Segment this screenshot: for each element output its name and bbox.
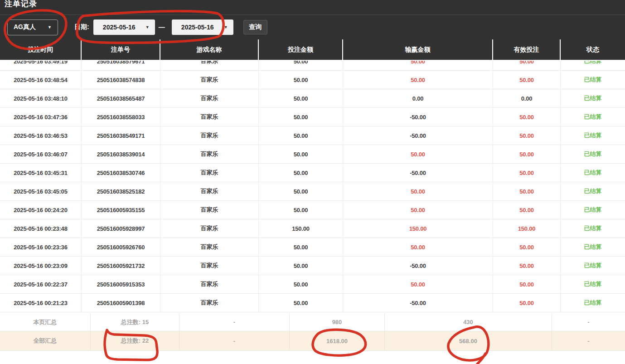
table-row: 2025-05-16 03:46:53250516038549171百家乐50.… xyxy=(0,126,625,145)
game-name-cell: 百家乐 xyxy=(160,238,259,256)
bet-amount-cell: 50.00 xyxy=(259,201,343,219)
bet-amount-cell: 50.00 xyxy=(259,108,343,126)
bet-time-cell: 2025-05-16 00:23:48 xyxy=(0,219,82,238)
order-no-cell: 250516005901398 xyxy=(82,294,160,312)
bet-time-cell: 2025-05-16 00:23:36 xyxy=(0,238,82,256)
summary-row-page: 本页汇总总注数: 15-980430- xyxy=(0,313,625,331)
valid-bet-cell: 50.00 xyxy=(493,201,561,219)
column-header: 投注金额 xyxy=(259,39,343,60)
game-name-cell: 百家乐 xyxy=(160,219,259,238)
valid-bet-cell: 150.00 xyxy=(493,219,561,238)
status-cell: 已结算 xyxy=(561,238,625,256)
game-name-cell: 百家乐 xyxy=(160,257,259,275)
chevron-down-icon: ▼ xyxy=(224,25,228,29)
bet-amount-cell: 50.00 xyxy=(259,126,343,145)
bet-time-cell: 2025-05-16 03:49:19 xyxy=(0,61,82,70)
bet-time-cell: 2025-05-16 00:24:20 xyxy=(0,201,82,219)
valid-bet-cell: 50.00 xyxy=(493,238,561,256)
win-loss-cell: 0.00 xyxy=(343,89,493,107)
table-row: 2025-05-16 03:48:10250516038565487百家乐50.… xyxy=(0,89,625,108)
summary-label-cell: 本页汇总 xyxy=(0,313,91,331)
table-row: 2025-05-16 00:23:48250516005928997百家乐150… xyxy=(0,219,625,238)
win-loss-cell: -50.00 xyxy=(343,257,493,275)
order-no-cell: 250516038565487 xyxy=(82,89,160,107)
valid-bet-cell: 50.00 xyxy=(493,182,561,200)
valid-bet-cell: 50.00 xyxy=(493,294,561,312)
summary-game-cell: - xyxy=(179,331,290,350)
game-name-cell: 百家乐 xyxy=(160,145,259,163)
query-button[interactable]: 查询 xyxy=(243,20,267,34)
summary-game-cell: - xyxy=(179,313,290,331)
column-header: 状态 xyxy=(561,39,625,60)
column-header: 有效投注 xyxy=(493,39,561,60)
valid-bet-cell: 0.00 xyxy=(493,89,561,107)
bet-records-page: 注单记录 AG真人 ▼ 日期: 2025-05-16 ▼ — 2025-05-1… xyxy=(0,0,625,364)
game-name-cell: 百家乐 xyxy=(160,89,259,107)
valid-bet-cell: 50.00 xyxy=(493,61,561,70)
date-to-value: 2025-05-16 xyxy=(181,24,214,31)
platform-select-value: AG真人 xyxy=(14,23,36,31)
summary-row-all: 全部汇总总注数: 22-1618.00568.00- xyxy=(0,331,625,351)
bet-time-cell: 2025-05-16 00:22:37 xyxy=(0,275,82,293)
order-no-cell: 250516005926760 xyxy=(82,238,160,256)
order-no-cell: 250516038539014 xyxy=(82,145,160,163)
game-name-cell: 百家乐 xyxy=(160,182,259,200)
order-no-cell: 250516005921732 xyxy=(82,257,160,275)
valid-bet-cell: 50.00 xyxy=(493,108,561,126)
status-cell: 已结算 xyxy=(561,294,625,312)
column-header: 输赢金额 xyxy=(343,39,493,60)
bet-time-cell: 2025-05-16 00:23:09 xyxy=(0,257,82,275)
summary-status-cell: - xyxy=(552,331,625,350)
filter-bar: AG真人 ▼ 日期: 2025-05-16 ▼ — 2025-05-16 ▼ 查… xyxy=(0,15,625,39)
date-label: 日期: xyxy=(74,23,89,31)
win-loss-cell: 50.00 xyxy=(343,61,493,70)
chevron-down-icon: ▼ xyxy=(145,25,150,29)
valid-bet-cell: 50.00 xyxy=(493,164,561,182)
win-loss-cell: 150.00 xyxy=(343,219,493,238)
order-no-cell: 250516038558033 xyxy=(82,108,160,126)
order-no-cell: 250516038530746 xyxy=(82,164,160,182)
page-title: 注单记录 xyxy=(5,0,37,9)
order-no-cell: 250516005928997 xyxy=(82,219,160,238)
date-range-dash: — xyxy=(159,24,165,31)
game-name-cell: 百家乐 xyxy=(160,201,259,219)
valid-bet-cell: 50.00 xyxy=(493,145,561,163)
order-no-cell: 250516038549171 xyxy=(82,126,160,145)
table-row: 2025-05-16 00:21:23250516005901398百家乐50.… xyxy=(0,294,625,312)
bet-amount-cell: 50.00 xyxy=(259,89,343,107)
bet-amount-cell: 150.00 xyxy=(259,219,343,238)
game-name-cell: 百家乐 xyxy=(160,126,259,145)
date-to-select[interactable]: 2025-05-16 ▼ xyxy=(172,19,233,35)
summary-bet-total-cell: 980 xyxy=(290,313,385,331)
status-cell: 已结算 xyxy=(561,126,625,145)
bet-time-cell: 2025-05-16 03:45:05 xyxy=(0,182,82,200)
table-row: 2025-05-16 03:45:31250516038530746百家乐50.… xyxy=(0,164,625,182)
table-row: 2025-05-16 00:22:37250516005915353百家乐50.… xyxy=(0,275,625,294)
table-row: 2025-05-16 03:46:07250516038539014百家乐50.… xyxy=(0,145,625,164)
valid-bet-cell: 50.00 xyxy=(493,257,561,275)
bet-amount-cell: 50.00 xyxy=(259,294,343,312)
order-no-cell: 250516038579671 xyxy=(82,61,160,70)
date-from-value: 2025-05-16 xyxy=(103,24,136,31)
status-cell: 已结算 xyxy=(561,89,625,107)
column-header: 游戏名称 xyxy=(160,39,259,60)
column-header: 投注时间 xyxy=(0,39,82,60)
table-row: 2025-05-16 03:47:36250516038558033百家乐50.… xyxy=(0,108,625,126)
game-name-cell: 百家乐 xyxy=(160,275,259,293)
bet-amount-cell: 50.00 xyxy=(259,61,343,70)
bet-amount-cell: 50.00 xyxy=(259,71,343,89)
bet-amount-cell: 50.00 xyxy=(259,257,343,275)
date-from-select[interactable]: 2025-05-16 ▼ xyxy=(93,19,155,35)
valid-bet-cell: 50.00 xyxy=(493,71,561,89)
summary-bet-total-cell: 1618.00 xyxy=(290,331,385,350)
win-loss-cell: 50.00 xyxy=(343,182,493,200)
bet-time-cell: 2025-05-16 03:47:36 xyxy=(0,108,82,126)
win-loss-cell: 50.00 xyxy=(343,71,493,89)
status-cell: 已结算 xyxy=(561,219,625,238)
status-cell: 已结算 xyxy=(561,201,625,219)
status-cell: 已结算 xyxy=(561,108,625,126)
status-cell: 已结算 xyxy=(561,275,625,293)
platform-select[interactable]: AG真人 ▼ xyxy=(7,19,58,35)
bet-time-cell: 2025-05-16 03:46:53 xyxy=(0,126,82,145)
order-no-cell: 250516038574838 xyxy=(82,71,160,89)
